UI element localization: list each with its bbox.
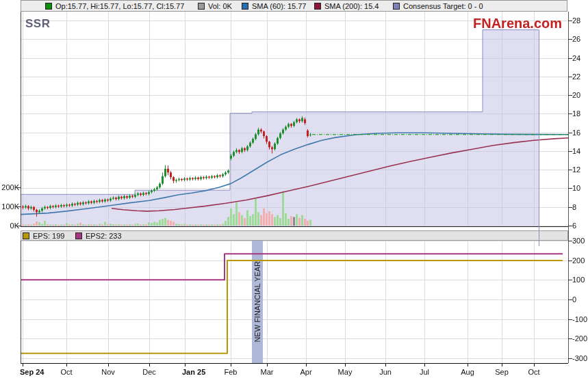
legend-item: Consensus Target: 0 - 0 (393, 2, 483, 10)
legend-item: Vol: 0K (198, 2, 232, 10)
eps-tick-label: 300 (572, 237, 585, 245)
price-tick-label: 18 (572, 109, 580, 118)
month-label: Sep (495, 368, 509, 376)
legend-swatch-icon (45, 3, 52, 10)
new-financial-year-label: NEW FINANCIAL YEAR (253, 261, 261, 343)
legend-swatch-icon (314, 3, 321, 10)
volume-tick-label: 100K (0, 202, 19, 211)
legend-item: EPS: 199 (23, 232, 64, 240)
month-label: Mar (261, 368, 274, 376)
month-label: May (338, 368, 353, 376)
price-tick-label: 20 (572, 91, 580, 99)
legend-label: EPS: 199 (33, 232, 64, 240)
price-tick-label: 24 (572, 54, 580, 62)
month-label: Sep 24 (20, 368, 44, 376)
month-label: Apr (300, 368, 311, 376)
legend-label: SMA (60): 15.77 (252, 2, 307, 10)
month-label: Oct (60, 368, 72, 376)
volume-tick-label: 0K (0, 222, 19, 230)
legend-swatch-icon (393, 3, 400, 10)
eps-tick-label: -200 (572, 334, 587, 343)
legend-label: Consensus Target: 0 - 0 (403, 2, 483, 10)
fnarena-logo[interactable]: FNArena.com (473, 16, 562, 31)
price-tick-label: 8 (572, 203, 576, 211)
month-label: Oct (528, 368, 539, 376)
month-label: Jun (379, 368, 392, 376)
stock-chart-page: { "page": { "symbol": "SSR", "watermark"… (0, 0, 588, 387)
price-tick-label: 10 (572, 184, 580, 192)
legend-item: Op:15.77, Hi:15.77, Lo:15.77, Cl:15.77 (45, 2, 184, 10)
legend-label: EPS2: 233 (86, 232, 122, 240)
month-label: Dec (142, 368, 156, 376)
symbol-title: SSR (25, 17, 50, 31)
volume-tick-label: 200K (0, 183, 19, 191)
price-tick-label: 26 (572, 35, 580, 43)
legend-swatch-icon (198, 3, 205, 10)
price-tick-label: 12 (572, 165, 580, 174)
price-tick-label: 28 (572, 16, 580, 25)
month-label: Aug (461, 368, 474, 376)
month-label: Jan 25 (182, 368, 205, 376)
month-label: Jul (420, 368, 429, 376)
eps-tick-label: 0 (572, 295, 576, 304)
price-tick-label: 22 (572, 72, 580, 81)
month-label: Nov (101, 368, 115, 376)
legend-label: Vol: 0K (208, 2, 232, 10)
new-financial-year-annotation: NEW FINANCIAL YEAR (252, 241, 263, 363)
eps-tick-label: -100 (572, 315, 587, 323)
legend-item: SMA (60): 15.77 (242, 2, 307, 10)
month-label: Feb (225, 368, 238, 376)
price-panel-legend: Op:15.77, Hi:15.77, Lo:15.77, Cl:15.77Vo… (21, 0, 567, 12)
legend-swatch-icon (75, 232, 82, 239)
legend-item: SMA (200): 15.4 (314, 2, 379, 10)
legend-swatch-icon (242, 3, 248, 10)
eps-tick-label: 100 (572, 276, 585, 284)
stock-chart-canvas (0, 0, 588, 387)
price-tick-label: 14 (572, 147, 580, 155)
eps-tick-label: 200 (572, 256, 585, 265)
eps-tick-label: -300 (572, 354, 587, 362)
price-tick-label: 6 (572, 222, 576, 230)
legend-label: SMA (200): 15.4 (324, 2, 379, 10)
legend-swatch-icon (23, 232, 29, 239)
price-tick-label: 16 (572, 129, 580, 137)
legend-item: EPS2: 233 (75, 232, 122, 240)
legend-label: Op:15.77, Hi:15.77, Lo:15.77, Cl:15.77 (55, 2, 184, 10)
